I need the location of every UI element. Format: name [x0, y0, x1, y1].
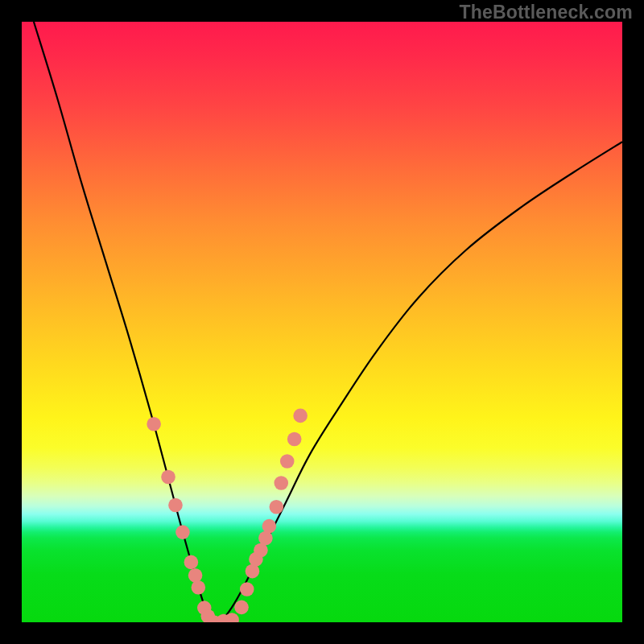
watermark-text: TheBottleneck.com	[459, 2, 633, 23]
marker-dot	[274, 476, 288, 490]
marker-dot	[246, 564, 260, 579]
chart-frame	[22, 22, 622, 622]
chart-svg	[22, 22, 622, 622]
marker-dot	[293, 409, 308, 423]
marker-dot	[184, 555, 199, 570]
marker-dot	[270, 500, 284, 514]
marker-dot	[234, 601, 249, 615]
curve-sample-markers	[147, 409, 308, 622]
marker-dot	[147, 417, 161, 431]
marker-dot	[161, 470, 175, 485]
marker-dot	[280, 454, 295, 469]
marker-dot	[192, 580, 206, 595]
marker-dot	[287, 432, 302, 447]
bottleneck-curve	[34, 22, 622, 622]
marker-dot	[262, 519, 277, 534]
marker-dot	[258, 531, 273, 546]
marker-dot	[175, 525, 190, 539]
marker-dot	[168, 498, 183, 513]
marker-dot	[188, 568, 203, 583]
marker-dot	[240, 582, 254, 597]
